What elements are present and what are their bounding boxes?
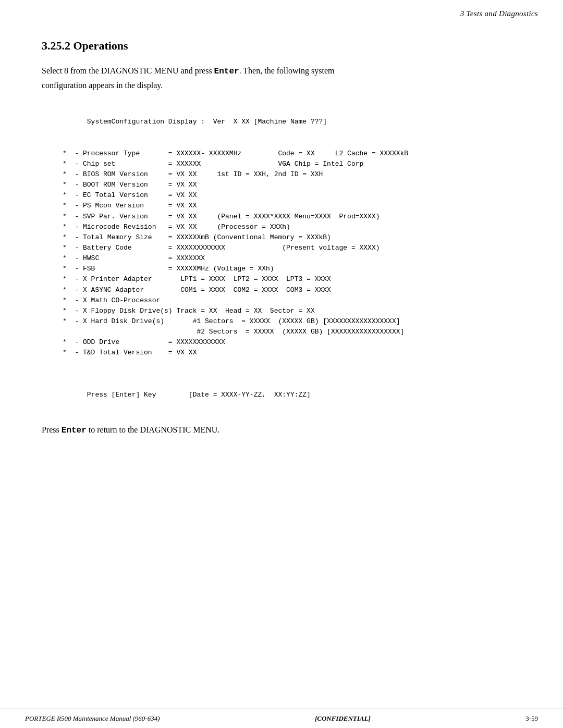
main-content: 3.25.2 Operations Select 8 from the DIAG… [0,22,563,456]
press-enter-after: to return to the DIAGNOSTIC MENU. [87,425,220,434]
footer-left: PORTEGE R500 Maintenance Manual (960-634… [25,714,160,723]
press-key-line: Press [Enter] Key [Date = XXXX-YY-ZZ, XX… [87,391,311,399]
press-enter-before: Press [42,425,62,434]
intro-text-line3: configuration appears in the display. [42,81,163,90]
enter-keyword-2: Enter [62,426,87,435]
system-config-line: SystemConfiguration Display : Ver X XX [… [87,118,327,126]
section-heading: 3.25.2 Operations [42,39,521,53]
intro-text-after: . Then, the following system [239,66,335,75]
intro-paragraph: Select 8 from the DIAGNOSTIC MENU and pr… [42,64,521,92]
entries-block: * - Processor Type = XXXXXX- XXXXXMHz Co… [63,150,408,357]
footer: PORTEGE R500 Maintenance Manual (960-634… [0,709,563,728]
intro-text-before: Select 8 from the DIAGNOSTIC MENU and pr… [42,66,212,75]
footer-center: [CONFIDENTIAL] [315,714,371,723]
page-container: 3 Tests and Diagnostics 3.25.2 Operation… [0,0,563,728]
press-enter-section: Press Enter to return to the DIAGNOSTIC … [42,425,521,435]
system-config-block: SystemConfiguration Display : Ver X XX [… [63,106,521,411]
chapter-title: 3 Tests and Diagnostics [460,9,538,18]
footer-right: 3-59 [525,714,538,723]
top-header: 3 Tests and Diagnostics [0,0,563,22]
enter-keyword-1: Enter [214,67,239,76]
